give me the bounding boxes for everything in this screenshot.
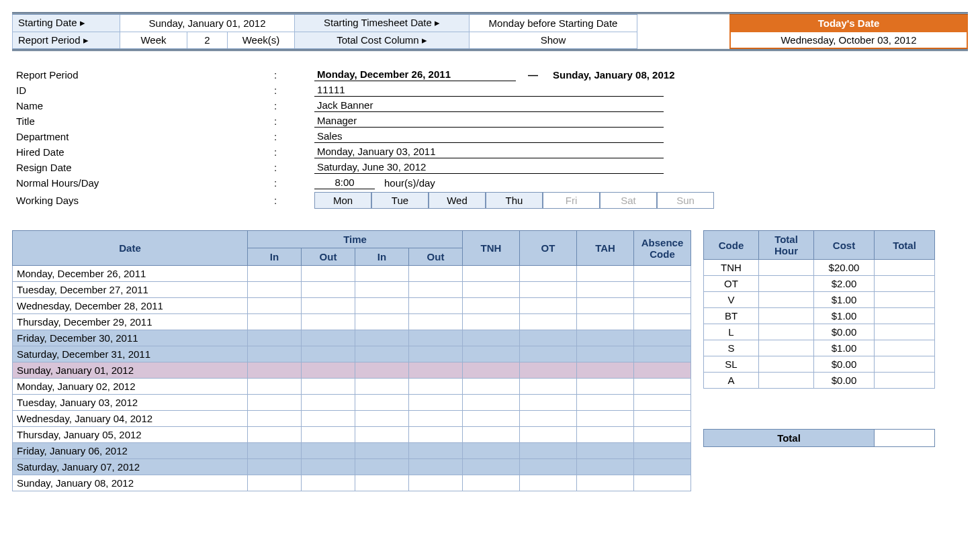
ts-cell[interactable] (248, 379, 302, 395)
ts-cell[interactable] (520, 362, 577, 379)
ts-cell[interactable] (463, 266, 520, 282)
ts-cell[interactable] (520, 459, 577, 475)
ts-cell[interactable] (577, 427, 634, 443)
ts-cell[interactable] (248, 346, 302, 362)
ts-cell[interactable] (463, 330, 520, 346)
ts-cell[interactable] (634, 314, 691, 330)
ts-cell[interactable] (463, 298, 520, 314)
ts-cell[interactable] (355, 427, 409, 443)
ts-cell[interactable] (409, 395, 463, 411)
ts-cell[interactable] (520, 395, 577, 411)
ts-cell[interactable] (577, 379, 634, 395)
day-btn-sun[interactable]: Sun (657, 192, 714, 209)
ts-cell[interactable] (302, 459, 355, 475)
ts-cell[interactable] (409, 427, 463, 443)
ts-cell[interactable] (302, 330, 355, 346)
ts-cell[interactable] (463, 314, 520, 330)
ts-cell[interactable] (520, 298, 577, 314)
ts-cell[interactable] (463, 362, 520, 379)
starting-ts-value[interactable]: Monday before Starting Date (470, 15, 637, 32)
starting-date-value[interactable]: Sunday, January 01, 2012 (120, 15, 295, 32)
ts-cell[interactable] (463, 379, 520, 395)
ts-cell[interactable] (355, 314, 409, 330)
ts-cell[interactable] (577, 459, 634, 475)
ts-cell[interactable] (302, 282, 355, 298)
ts-cell[interactable] (302, 475, 355, 491)
ts-cell[interactable] (634, 459, 691, 475)
ts-cell[interactable] (355, 411, 409, 427)
ts-cell[interactable] (409, 346, 463, 362)
ts-cell[interactable] (577, 330, 634, 346)
ts-cell[interactable] (248, 443, 302, 459)
ts-cell[interactable] (577, 346, 634, 362)
ts-cell[interactable] (248, 411, 302, 427)
ts-cell[interactable] (248, 330, 302, 346)
total-cost-value[interactable]: Show (470, 32, 637, 49)
ts-cell[interactable] (409, 266, 463, 282)
ts-cell[interactable] (634, 475, 691, 491)
ts-cell[interactable] (302, 411, 355, 427)
ts-cell[interactable] (248, 475, 302, 491)
ts-cell[interactable] (302, 346, 355, 362)
ts-cell[interactable] (520, 266, 577, 282)
ts-cell[interactable] (409, 475, 463, 491)
ts-cell[interactable] (634, 346, 691, 362)
ts-cell[interactable] (409, 298, 463, 314)
ts-cell[interactable] (248, 298, 302, 314)
ts-cell[interactable] (248, 427, 302, 443)
day-btn-thu[interactable]: Thu (486, 192, 543, 209)
ts-cell[interactable] (520, 346, 577, 362)
ts-cell[interactable] (302, 395, 355, 411)
ts-cell[interactable] (577, 411, 634, 427)
ts-cell[interactable] (577, 314, 634, 330)
ts-cell[interactable] (409, 443, 463, 459)
day-btn-tue[interactable]: Tue (371, 192, 429, 209)
ts-cell[interactable] (463, 459, 520, 475)
val-title[interactable]: Manager (314, 115, 664, 128)
ts-cell[interactable] (409, 282, 463, 298)
ts-cell[interactable] (409, 330, 463, 346)
ts-cell[interactable] (577, 362, 634, 379)
ts-cell[interactable] (355, 298, 409, 314)
ts-cell[interactable] (302, 298, 355, 314)
ts-cell[interactable] (520, 330, 577, 346)
ts-cell[interactable] (355, 330, 409, 346)
ts-cell[interactable] (577, 395, 634, 411)
day-btn-wed[interactable]: Wed (429, 192, 486, 209)
val-id[interactable]: 11111 (314, 84, 664, 97)
ts-cell[interactable] (520, 443, 577, 459)
ts-cell[interactable] (634, 379, 691, 395)
ts-cell[interactable] (577, 298, 634, 314)
ts-cell[interactable] (634, 282, 691, 298)
ts-cell[interactable] (355, 266, 409, 282)
ts-cell[interactable] (577, 266, 634, 282)
val-resign[interactable]: Saturday, June 30, 2012 (314, 161, 664, 174)
day-btn-fri[interactable]: Fri (543, 192, 600, 209)
ts-cell[interactable] (302, 362, 355, 379)
ts-cell[interactable] (248, 282, 302, 298)
ts-cell[interactable] (634, 362, 691, 379)
rp-week-num[interactable]: 2 (187, 32, 228, 49)
ts-cell[interactable] (520, 475, 577, 491)
ts-cell[interactable] (463, 475, 520, 491)
ts-cell[interactable] (355, 346, 409, 362)
ts-cell[interactable] (634, 330, 691, 346)
ts-cell[interactable] (520, 314, 577, 330)
ts-cell[interactable] (302, 427, 355, 443)
ts-cell[interactable] (302, 443, 355, 459)
val-name[interactable]: Jack Banner (314, 99, 664, 112)
val-normal-hours[interactable]: 8:00 (314, 177, 375, 189)
ts-cell[interactable] (520, 411, 577, 427)
ts-cell[interactable] (355, 395, 409, 411)
ts-cell[interactable] (355, 475, 409, 491)
ts-cell[interactable] (409, 362, 463, 379)
ts-cell[interactable] (463, 395, 520, 411)
ts-cell[interactable] (355, 459, 409, 475)
ts-cell[interactable] (634, 411, 691, 427)
ts-cell[interactable] (248, 314, 302, 330)
ts-cell[interactable] (248, 362, 302, 379)
ts-cell[interactable] (463, 443, 520, 459)
ts-cell[interactable] (463, 282, 520, 298)
val-hired[interactable]: Monday, January 03, 2011 (314, 146, 664, 158)
ts-cell[interactable] (577, 443, 634, 459)
